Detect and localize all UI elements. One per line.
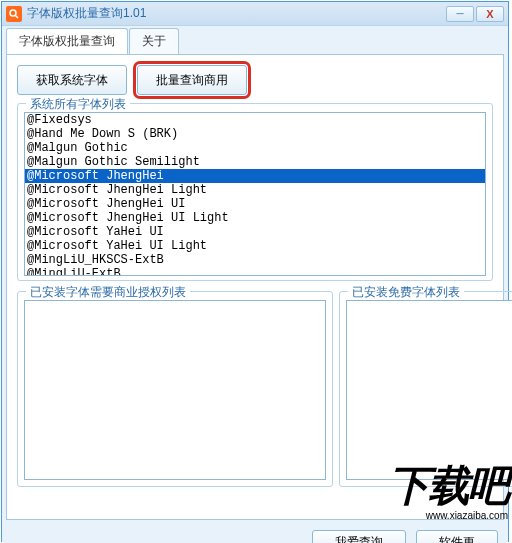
tab-about[interactable]: 关于 xyxy=(129,28,179,54)
free-fonts-group: 已安装免费字体列表 xyxy=(339,291,512,487)
font-list-item[interactable]: @Microsoft JhengHei UI Light xyxy=(25,211,485,225)
need-license-group: 已安装字体需要商业授权列表 xyxy=(17,291,333,487)
tab-bar: 字体版权批量查询 关于 xyxy=(2,26,508,54)
svg-point-0 xyxy=(10,10,16,16)
minimize-button[interactable]: ─ xyxy=(446,6,474,22)
font-list-item[interactable]: @Microsoft YaHei UI Light xyxy=(25,239,485,253)
titlebar: 字体版权批量查询1.01 ─ X xyxy=(2,2,508,26)
font-list-item[interactable]: @Fixedsys xyxy=(25,113,485,127)
close-button[interactable]: X xyxy=(476,6,504,22)
all-fonts-legend: 系统所有字体列表 xyxy=(26,96,130,113)
font-list-item[interactable]: @Hand Me Down S (BRK) xyxy=(25,127,485,141)
font-list-item[interactable]: @Microsoft JhengHei UI xyxy=(25,197,485,211)
font-list-item[interactable]: @MingLiU-ExtB xyxy=(25,267,485,275)
love-query-button[interactable]: 我爱查询 xyxy=(312,530,406,543)
app-icon xyxy=(6,6,22,22)
need-license-listbox[interactable] xyxy=(24,300,326,480)
software-update-button[interactable]: 软件更 xyxy=(416,530,498,543)
font-list-item[interactable]: @Microsoft JhengHei Light xyxy=(25,183,485,197)
svg-line-1 xyxy=(16,15,19,18)
all-fonts-group: 系统所有字体列表 @Fixedsys@Hand Me Down S (BRK)@… xyxy=(17,103,493,281)
get-system-fonts-button[interactable]: 获取系统字体 xyxy=(17,65,127,95)
app-window: 字体版权批量查询1.01 ─ X 字体版权批量查询 关于 获取系统字体 批量查询… xyxy=(1,1,509,542)
content-panel: 获取系统字体 批量查询商用 系统所有字体列表 @Fixedsys@Hand Me… xyxy=(6,54,504,520)
font-list-item[interactable]: @MingLiU_HKSCS-ExtB xyxy=(25,253,485,267)
batch-query-commercial-button[interactable]: 批量查询商用 xyxy=(137,65,247,95)
all-fonts-listbox[interactable]: @Fixedsys@Hand Me Down S (BRK)@Malgun Go… xyxy=(24,112,486,276)
font-list-item[interactable]: @Malgun Gothic Semilight xyxy=(25,155,485,169)
need-license-legend: 已安装字体需要商业授权列表 xyxy=(26,284,190,301)
free-fonts-legend: 已安装免费字体列表 xyxy=(348,284,464,301)
bottom-button-bar: 我爱查询 软件更 xyxy=(2,524,508,543)
window-title: 字体版权批量查询1.01 xyxy=(27,5,446,22)
tab-main[interactable]: 字体版权批量查询 xyxy=(6,28,128,54)
font-list-item[interactable]: @Microsoft JhengHei xyxy=(25,169,485,183)
font-list-item[interactable]: @Malgun Gothic xyxy=(25,141,485,155)
font-list-item[interactable]: @Microsoft YaHei UI xyxy=(25,225,485,239)
free-fonts-listbox[interactable] xyxy=(346,300,512,480)
